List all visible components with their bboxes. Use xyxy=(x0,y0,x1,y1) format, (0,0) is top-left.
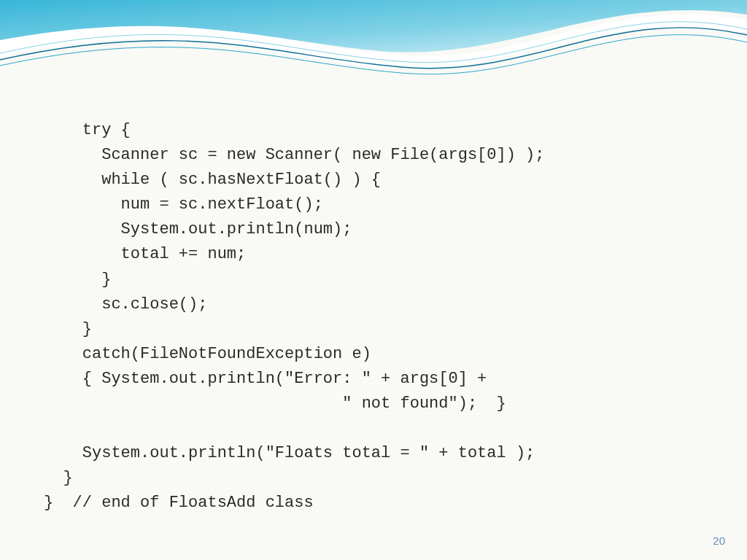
wave-decoration xyxy=(0,0,747,117)
slide: try { Scanner sc = new Scanner( new File… xyxy=(0,0,747,560)
page-number: 20 xyxy=(713,534,725,547)
code-block: try { Scanner sc = new Scanner( new File… xyxy=(44,118,718,516)
